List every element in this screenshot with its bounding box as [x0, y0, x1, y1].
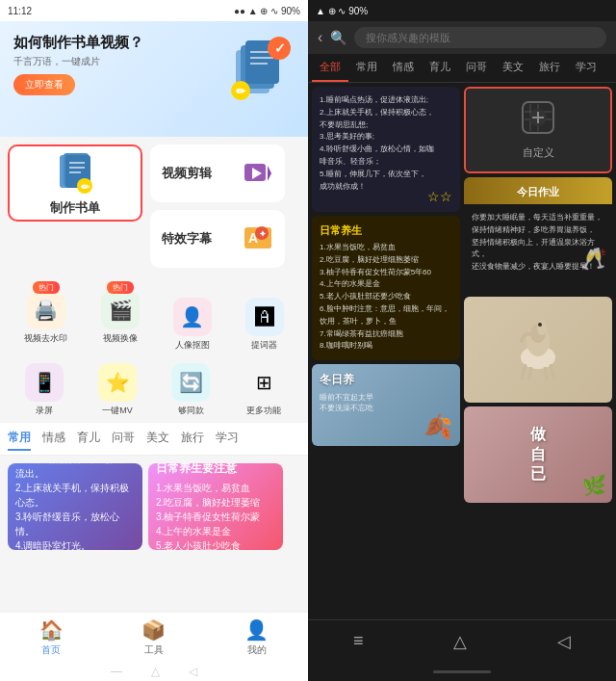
right-tab-travel[interactable]: 旅行 — [531, 54, 568, 82]
right-card-sleep-tips[interactable]: 1.睡前喝点热汤，促进体液流出; 2.上床就关手机，保持积极心态，不要胡思乱想;… — [312, 87, 460, 212]
horse-illustration — [504, 314, 572, 385]
daily-header: 今日作业 — [464, 177, 612, 204]
teleprompter-icon: 🅰 — [245, 298, 284, 336]
sleep-tips-text: 1.睡前喝点热汤，促进体液流出; 2.上床就关手机，保持积极心态，不要胡思乱想;… — [320, 94, 452, 193]
status-icons-left: ●● ▲ ⊕ ∿ 90% — [234, 6, 300, 16]
feature-effect-subtitle[interactable]: 特效字幕 A ✦ — [150, 210, 285, 268]
tool-more[interactable]: ⊞ 更多功能 — [244, 363, 283, 417]
svg-line-38 — [545, 367, 547, 380]
right-tab-all[interactable]: 全部 — [312, 54, 348, 82]
bottom-nav-left: 🏠 首页 📦 工具 👤 我的 — [0, 612, 308, 662]
flower-decoration: 🌿 — [582, 474, 606, 497]
svg-text:✓: ✓ — [274, 40, 286, 56]
screen-icon: 📱 — [25, 363, 64, 402]
winter-text: 睡前不宜起太早不要洗澡不忘吃 — [320, 392, 452, 413]
gesture-bar-right — [308, 662, 616, 681]
effect-subtitle-label: 特效字幕 — [162, 230, 212, 248]
content-card-sleep[interactable]: 使你快速入睡6个方法 1.睡前喝点热汤，促进体液流出。 2.上床就关手机，保持积… — [8, 463, 142, 550]
gesture-bar-left: — △ ◁ — [0, 662, 308, 681]
health-tips-text: 1.水果当饭吃，易贫血 2.吃豆腐，脑好处理细胞萎缩 3.柚子特香有促女性荷尔蒙… — [320, 242, 452, 353]
more-icon: ⊞ — [244, 363, 283, 402]
home-label: 首页 — [41, 643, 61, 657]
gesture-back-left: ◁ — [189, 665, 197, 678]
right-card-winter[interactable]: 冬日养 睡前不宜起太早不要洗澡不忘吃 🍂 — [312, 364, 460, 446]
feature-video-edit[interactable]: 视频剪辑 — [150, 144, 285, 202]
nav-home[interactable]: 🏠 首页 — [39, 618, 64, 657]
stars-decoration: ☆☆ — [427, 189, 452, 204]
right-tabs: 全部 常用 情感 育儿 问哥 美文 旅行 学习 — [308, 54, 616, 83]
svg-point-41 — [538, 323, 542, 327]
status-bar-right: ▲ ⊕ ∿ 90% — [308, 0, 616, 21]
tools-icon: 📦 — [141, 618, 166, 642]
tool-video-change[interactable]: 热门 🎬 视频换像 — [101, 281, 140, 352]
tab-parenting[interactable]: 育儿 — [77, 427, 100, 451]
svg-point-40 — [537, 320, 547, 335]
health-card-title: 日常养生要注意 — [156, 463, 275, 477]
tool-screen[interactable]: 📱 录屏 — [25, 363, 64, 417]
tool-teleprompter[interactable]: 🅰 提词器 — [245, 281, 284, 352]
svg-text:✦: ✦ — [259, 229, 267, 239]
right-tab-essay[interactable]: 美文 — [495, 54, 531, 82]
svg-line-39 — [551, 364, 554, 380]
right-card-daily[interactable]: 今日作业 你要加大睡眠量，每天适当补重重量， 保持情绪精神好，多吃养胃滋养饭， … — [464, 177, 612, 293]
tab-regular[interactable]: 常用 — [8, 427, 31, 451]
right-card-doself[interactable]: 做自已 🌿 — [464, 406, 612, 503]
tab-emotion[interactable]: 情感 — [42, 427, 65, 451]
right-tab-emotion[interactable]: 情感 — [385, 54, 422, 82]
home-icon: 🏠 — [39, 618, 64, 642]
gesture-indicator-right — [433, 670, 491, 673]
profile-icon: 👤 — [244, 618, 269, 642]
tool-mv[interactable]: ⭐ 一键MV — [98, 363, 137, 417]
tools-row-1: 热门 🖨️ 视频去水印 热门 🎬 视频换像 👤 人像抠图 🅰 提词器 — [0, 275, 308, 357]
tab-question[interactable]: 问哥 — [112, 427, 135, 451]
nav-tools[interactable]: 📦 工具 — [141, 618, 166, 657]
svg-text:✏: ✏ — [236, 85, 246, 98]
tab-essay[interactable]: 美文 — [146, 427, 169, 451]
right-tab-parenting[interactable]: 育儿 — [422, 54, 458, 82]
back-button[interactable]: ‹ — [318, 29, 322, 46]
right-card-horse[interactable] — [464, 297, 612, 403]
svg-text:✏: ✏ — [81, 181, 90, 193]
right-nav-back[interactable]: ◁ — [557, 631, 571, 652]
right-tab-regular[interactable]: 常用 — [348, 54, 385, 82]
hero-cta-button[interactable]: 立即查看 — [13, 74, 75, 95]
custom-add-icon — [521, 100, 555, 142]
leaf-decoration: 🍂 — [424, 413, 452, 440]
tools-label: 工具 — [144, 643, 164, 657]
tool-watermark[interactable]: 热门 🖨️ 视频去水印 — [24, 281, 67, 352]
right-col-1: 1.睡前喝点热汤，促进体液流出; 2.上床就关手机，保持积极心态，不要胡思乱想;… — [312, 87, 460, 616]
bottom-nav-right: ≡ △ ◁ — [308, 619, 616, 662]
feature-book-list[interactable]: ✏ 制作书单 — [8, 144, 142, 222]
right-tab-study[interactable]: 学习 — [568, 54, 604, 82]
svg-marker-19 — [268, 166, 271, 181]
profile-label: 我的 — [247, 643, 267, 657]
watermark-label: 视频去水印 — [24, 332, 67, 345]
search-icon: 🔍 — [330, 30, 346, 45]
health-tips-title: 日常养生 — [320, 223, 452, 238]
tool-template[interactable]: 🔄 够同款 — [171, 363, 210, 417]
right-nav-home[interactable]: △ — [453, 631, 467, 652]
status-bar-left: 11:12 ●● ▲ ⊕ ∿ 90% — [0, 0, 308, 21]
template-icon: 🔄 — [171, 363, 210, 402]
nav-profile[interactable]: 👤 我的 — [244, 618, 269, 657]
right-card-custom[interactable]: 自定义 — [464, 87, 612, 173]
tab-study[interactable]: 学习 — [216, 427, 239, 451]
teleprompter-label: 提词器 — [251, 339, 277, 352]
right-card-health-tips[interactable]: 日常养生 1.水果当饭吃，易贫血 2.吃豆腐，脑好处理细胞萎缩 3.柚子特香有促… — [312, 216, 460, 360]
hero-banner: 如何制作书单视频？ 千言万语，一键成片 立即查看 ✓ ✏ — [0, 21, 308, 137]
search-input[interactable] — [354, 27, 606, 48]
winter-label: 冬日养 — [320, 372, 452, 388]
right-nav-menu[interactable]: ≡ — [353, 631, 364, 651]
tab-travel[interactable]: 旅行 — [181, 427, 204, 451]
right-content-grid: 1.睡前喝点热汤，促进体液流出; 2.上床就关手机，保持积极心态，不要胡思乱想;… — [308, 83, 616, 619]
feature-grid: ✏ 制作书单 视频剪辑 特效字幕 A ✦ — [0, 137, 308, 275]
content-card-health[interactable]: 日常养生要注意 1.水果当饭吃，易贫血 2.吃豆腐，脑好处理萎缩 3.柚子特香促… — [148, 463, 283, 550]
tool-portrait[interactable]: 👤 人像抠图 — [173, 281, 212, 352]
category-tabs: 常用 情感 育儿 问哥 美文 旅行 学习 — [0, 423, 308, 456]
left-panel: 11:12 ●● ▲ ⊕ ∿ 90% 如何制作书单视频？ 千言万语，一键成片 立… — [0, 0, 308, 681]
template-label: 够同款 — [178, 405, 204, 417]
screen-label: 录屏 — [36, 405, 53, 417]
video-change-label: 视频换像 — [103, 332, 138, 345]
right-tab-question[interactable]: 问哥 — [458, 54, 495, 82]
right-panel: ▲ ⊕ ∿ 90% ‹ 🔍 全部 常用 情感 育儿 问哥 美文 旅行 学习 1.… — [308, 0, 616, 681]
